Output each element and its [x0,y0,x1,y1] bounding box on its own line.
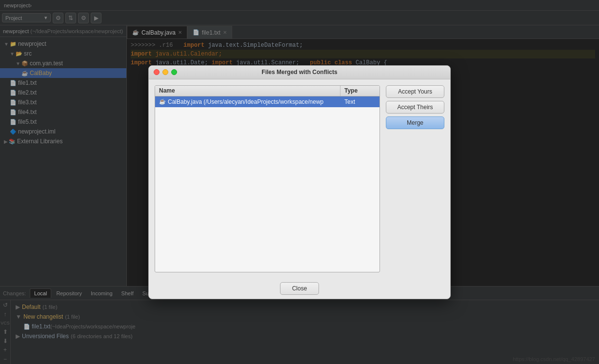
table-row[interactable]: ☕ CalBaby.java (/Users/alecyan/IdeaProje… [155,96,379,107]
traffic-lights [154,69,177,75]
minimize-traffic-light[interactable] [162,69,168,75]
modal-overlay: Files Merged with Conflicts Name Type ☕ … [0,0,599,364]
modal-dialog: Files Merged with Conflicts Name Type ☕ … [148,65,451,299]
modal-table: Name Type ☕ CalBaby.java (/Users/alecyan… [155,85,380,272]
modal-body: Name Type ☕ CalBaby.java (/Users/alecyan… [149,79,450,278]
close-button[interactable]: Close [280,282,319,295]
accept-yours-button[interactable]: Accept Yours [386,85,444,98]
cell-name: ☕ CalBaby.java (/Users/alecyan/IdeaProje… [155,97,340,106]
modal-footer: Close [149,278,450,299]
accept-theirs-button[interactable]: Accept Theirs [386,101,444,114]
col-name-header: Name [155,86,340,96]
ide-container: newproject › Project ▾ ⚙ ⇅ ⚙ ▶ newprojec… [0,0,599,364]
modal-titlebar: Files Merged with Conflicts [149,66,450,79]
java-file-icon: ☕ [159,98,166,105]
modal-buttons: Accept Yours Accept Theirs Merge [386,85,444,272]
merge-button[interactable]: Merge [386,116,444,129]
modal-table-header: Name Type [155,86,379,96]
cell-type: Text [340,97,379,106]
maximize-traffic-light[interactable] [171,69,177,75]
modal-title: Files Merged with Conflicts [154,69,445,76]
close-traffic-light[interactable] [154,69,160,75]
col-type-header: Type [340,86,379,96]
modal-table-body: ☕ CalBaby.java (/Users/alecyan/IdeaProje… [155,96,379,272]
